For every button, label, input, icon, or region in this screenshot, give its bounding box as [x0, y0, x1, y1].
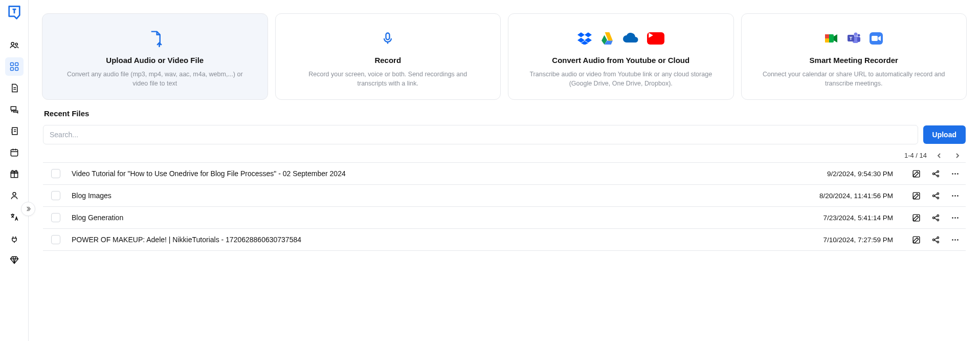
- sidebar-notes[interactable]: [5, 122, 24, 140]
- card-record[interactable]: Record Record your screen, voice or both…: [275, 13, 501, 100]
- svg-point-1: [15, 43, 17, 45]
- more-icon[interactable]: [950, 169, 960, 178]
- card-desc: Connect your calendar or share URL to au…: [762, 70, 946, 88]
- card-title: Upload Audio or Video File: [106, 56, 204, 65]
- svg-point-34: [957, 195, 959, 197]
- svg-rect-6: [11, 150, 17, 156]
- more-icon[interactable]: [950, 235, 960, 244]
- svg-point-27: [957, 173, 959, 175]
- recent-files-section: Recent Files Upload 1-4 / 14 Video Tutor…: [42, 109, 967, 251]
- svg-point-13: [854, 33, 858, 36]
- youtube-icon: [647, 32, 664, 45]
- svg-point-26: [954, 173, 956, 175]
- table-row[interactable]: Blog Images 8/20/2024, 11:41:56 PM: [43, 185, 966, 207]
- row-checkbox[interactable]: [51, 169, 60, 178]
- table-row[interactable]: Video Tutorial for "How to Use Onedrive …: [43, 163, 966, 185]
- file-date: 7/10/2024, 7:27:59 PM: [791, 236, 893, 244]
- meeting-services-icons: T: [824, 28, 883, 49]
- file-name: Blog Generation: [68, 214, 784, 222]
- row-checkbox[interactable]: [51, 213, 60, 222]
- google-meet-icon: [824, 32, 838, 45]
- share-icon[interactable]: [931, 169, 940, 178]
- card-desc: Convert any audio file (mp3, mp4, wav, a…: [63, 70, 247, 88]
- share-icon[interactable]: [931, 213, 940, 222]
- file-name: POWER OF MAKEUP: Adele! | NikkieTutorial…: [68, 236, 784, 244]
- table-row[interactable]: POWER OF MAKEUP: Adele! | NikkieTutorial…: [43, 229, 966, 251]
- onedrive-icon: [622, 33, 639, 44]
- svg-rect-5: [15, 68, 18, 71]
- sidebar-calendar[interactable]: [5, 143, 24, 162]
- card-title: Smart Meeting Recorder: [810, 56, 898, 65]
- svg-point-41: [957, 217, 959, 219]
- edit-icon[interactable]: [911, 191, 921, 200]
- svg-point-48: [957, 239, 959, 241]
- card-upload[interactable]: Upload Audio or Video File Convert any a…: [42, 13, 268, 100]
- svg-point-47: [954, 239, 956, 241]
- sidebar-gift[interactable]: [5, 165, 24, 183]
- card-meeting[interactable]: T Smart Meeting Recorder Connect your ca…: [741, 13, 967, 100]
- sidebar-premium[interactable]: [5, 251, 24, 269]
- sidebar-integrations[interactable]: [5, 229, 24, 248]
- file-date: 7/23/2024, 5:41:14 PM: [791, 214, 893, 222]
- svg-point-8: [13, 193, 16, 196]
- more-icon[interactable]: [950, 191, 960, 200]
- sidebar-team[interactable]: [5, 36, 24, 54]
- card-desc: Record your screen, voice or both. Send …: [296, 70, 480, 88]
- files-table: Video Tutorial for "How to Use Onedrive …: [43, 162, 966, 251]
- svg-rect-4: [10, 68, 13, 71]
- svg-point-33: [954, 195, 956, 197]
- svg-point-46: [952, 239, 953, 241]
- page-range: 1-4 / 14: [904, 152, 927, 159]
- pagination: 1-4 / 14: [45, 152, 964, 159]
- app-logo[interactable]: [7, 4, 22, 22]
- edit-icon[interactable]: [911, 235, 921, 244]
- search-input[interactable]: [43, 125, 918, 144]
- svg-rect-35: [913, 215, 920, 221]
- svg-point-25: [952, 173, 953, 175]
- svg-point-14: [858, 34, 860, 37]
- file-name: Blog Images: [68, 191, 784, 200]
- svg-text:T: T: [850, 36, 853, 41]
- dropbox-icon: [577, 32, 592, 45]
- row-checkbox[interactable]: [51, 235, 60, 244]
- sidebar-chat[interactable]: [5, 100, 24, 119]
- cloud-services-icons: [577, 28, 664, 49]
- main-content: Upload Audio or Video File Convert any a…: [29, 0, 980, 341]
- recent-files-title: Recent Files: [44, 109, 966, 118]
- svg-rect-20: [872, 36, 878, 41]
- edit-icon[interactable]: [911, 213, 921, 222]
- table-row[interactable]: Blog Generation 7/23/2024, 5:41:14 PM: [43, 207, 966, 229]
- card-desc: Transcribe audio or video from Youtube l…: [529, 70, 713, 88]
- upload-file-icon: [147, 28, 163, 49]
- edit-icon[interactable]: [911, 169, 921, 178]
- card-cloud[interactable]: Convert Audio from Youtube or Cloud Tran…: [508, 13, 734, 100]
- microphone-icon: [381, 28, 395, 49]
- sidebar-document[interactable]: [5, 79, 24, 97]
- svg-point-0: [11, 42, 14, 45]
- sidebar-dashboard[interactable]: [5, 57, 24, 76]
- upload-button[interactable]: Upload: [923, 125, 966, 144]
- next-page-button[interactable]: [954, 153, 964, 159]
- svg-point-40: [954, 217, 956, 219]
- zoom-icon: [869, 32, 883, 45]
- svg-point-39: [952, 217, 953, 219]
- sidebar: [0, 0, 29, 341]
- file-date: 8/20/2024, 11:41:56 PM: [791, 192, 893, 200]
- file-date: 9/2/2024, 9:54:30 PM: [791, 170, 893, 178]
- more-icon[interactable]: [950, 213, 960, 222]
- sidebar-profile[interactable]: [5, 186, 24, 205]
- file-name: Video Tutorial for "How to Use Onedrive …: [68, 169, 784, 178]
- svg-rect-42: [913, 237, 920, 243]
- svg-rect-28: [913, 193, 920, 199]
- expand-sidebar-button[interactable]: [21, 202, 35, 216]
- svg-rect-16: [857, 37, 860, 42]
- sidebar-translate[interactable]: [5, 208, 24, 226]
- row-checkbox[interactable]: [51, 191, 60, 200]
- prev-page-button[interactable]: [936, 153, 945, 159]
- card-title: Record: [374, 56, 401, 65]
- share-icon[interactable]: [931, 191, 940, 200]
- svg-rect-12: [825, 34, 829, 38]
- share-icon[interactable]: [931, 235, 940, 244]
- svg-rect-3: [15, 63, 18, 66]
- svg-rect-9: [386, 33, 390, 40]
